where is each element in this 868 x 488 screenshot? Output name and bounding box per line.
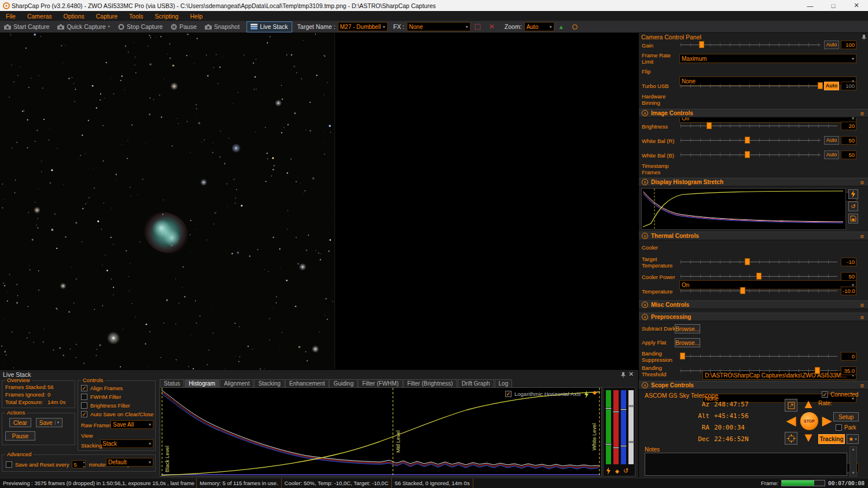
maximize-button[interactable]: □ (822, 0, 845, 11)
hamburger-menu-icon[interactable]: ≡ (860, 382, 864, 389)
save-stretch-button[interactable] (848, 214, 858, 223)
menu-capture[interactable]: Capture (90, 13, 123, 20)
raw-frames-select[interactable]: Save All ▾ (111, 420, 153, 429)
snapshot-button[interactable]: Snapshot (201, 21, 244, 33)
target-temperature-slider[interactable] (679, 258, 838, 266)
pin-icon[interactable] (620, 372, 626, 378)
tab-status[interactable]: Status (160, 379, 184, 387)
tab-alignment[interactable]: Alignment (220, 379, 253, 387)
apply-flat-browse-button[interactable]: Browse... (675, 338, 700, 347)
white-bal-r-slider[interactable] (679, 136, 822, 144)
auto-stretch-button[interactable] (848, 189, 858, 199)
scroll-down-icon[interactable]: ▼ (850, 471, 856, 476)
clear-button[interactable]: Clear (9, 418, 31, 427)
section-misc-controls[interactable]: ∨ Misc Controls ≡ (639, 300, 868, 309)
fwhm-filter-checkbox[interactable] (81, 394, 87, 400)
diamond-icon[interactable]: ◆ (615, 468, 619, 474)
zoom-select[interactable]: Auto ▾ (524, 22, 554, 31)
notes-input[interactable] (645, 453, 847, 476)
turbo-usb-value[interactable]: 100 (841, 82, 856, 90)
stacking-select[interactable]: Default ▾ (106, 458, 153, 467)
brightness-filter-control[interactable]: Brightness Filter (81, 402, 130, 409)
menu-options[interactable]: Options (58, 13, 90, 20)
tab-guiding[interactable]: Guiding (329, 379, 357, 387)
brightness-slider-thumb[interactable] (707, 122, 712, 129)
blue-level-handle[interactable] (620, 409, 627, 410)
diamond-icon[interactable]: ◆ (593, 390, 597, 395)
turbo-usb-slider-thumb[interactable] (818, 82, 823, 89)
notes-scrollbar[interactable]: ▲ ▼ (849, 446, 857, 476)
scroll-up-icon[interactable]: ▲ (850, 447, 856, 452)
white-bal-r-slider-thumb[interactable] (745, 137, 750, 144)
hamburger-menu-icon[interactable]: ≡ (860, 110, 864, 117)
menu-help[interactable]: Help (184, 13, 208, 20)
minimize-button[interactable]: — (799, 0, 822, 11)
menu-cameras[interactable]: Cameras (21, 13, 58, 20)
hamburger-menu-icon[interactable]: ≡ (860, 314, 864, 321)
fwhm-filter-control[interactable]: FWHM Filter (81, 394, 121, 400)
tab-drift-graph[interactable]: Drift Graph (458, 379, 494, 387)
stack-histogram-plot[interactable]: Black Level Mid Level White Level ✓ Loga… (160, 387, 602, 476)
log-axis-control[interactable]: ✓ Logarithmic Horizontal Axis (505, 391, 581, 397)
scope-connected[interactable]: ✓ Connected (822, 391, 858, 398)
collapse-icon[interactable]: ∧ (642, 382, 648, 388)
spinner-up-icon[interactable]: ▲ (83, 460, 86, 464)
target-name-select[interactable]: M27 - Dumbbell ▾ (338, 22, 388, 31)
stop-slew-button[interactable]: STOP (800, 412, 818, 430)
green-level-handle[interactable] (605, 408, 612, 409)
quick-capture-button[interactable]: Quick Capture ▾ (53, 21, 114, 33)
slew-down-button[interactable]: ▼ (801, 431, 816, 446)
collapse-icon[interactable]: ∧ (642, 314, 648, 320)
menu-scripting[interactable]: Scripting (149, 13, 185, 20)
banding-suppression-slider[interactable] (679, 352, 838, 360)
pin-icon[interactable] (861, 34, 867, 41)
reticle-button[interactable] (568, 21, 582, 33)
auto-save-checkbox[interactable]: ✓ (81, 411, 87, 417)
white-bal-b-slider[interactable] (679, 151, 822, 159)
white-bal-b-slider-thumb[interactable] (745, 151, 750, 158)
white-level-marker-label[interactable]: White Level (591, 423, 597, 450)
log-axis-checkbox[interactable]: ✓ (505, 391, 512, 397)
red-level-handle[interactable] (613, 411, 619, 413)
menu-tools[interactable]: Tools (123, 13, 149, 20)
align-frames-checkbox[interactable]: ✓ (81, 385, 87, 391)
tab-enhancement[interactable]: Enhancement (285, 379, 329, 387)
collapse-icon[interactable]: ∧ (642, 110, 648, 116)
section-thermal-controls[interactable]: ∧ Thermal Controls ≡ (639, 232, 868, 240)
turbo-usb-auto-button[interactable]: Auto (824, 82, 839, 90)
target-temperature-value[interactable]: -10 (841, 258, 856, 266)
hamburger-menu-icon[interactable]: ≡ (860, 233, 864, 240)
white-level-slider[interactable] (628, 390, 634, 464)
blue-level-handle[interactable] (620, 445, 627, 447)
reset-stretch-button[interactable]: ↺ (848, 201, 858, 211)
frame-rate-limit-select[interactable]: Maximum ▾ (679, 54, 856, 63)
start-capture-button[interactable]: Start Capture (0, 21, 53, 33)
black-level-marker-label[interactable]: Black Level (164, 446, 170, 472)
save-reset-minutes-spinner[interactable]: 5 ▲ ▼ (72, 460, 86, 468)
red-level-slider[interactable] (613, 390, 619, 464)
lightning-icon[interactable] (606, 467, 611, 475)
favorites-button[interactable]: ★▾ (847, 434, 859, 444)
section-image-controls[interactable]: ∧ Image Controls ≡ (639, 109, 868, 118)
tracking-toggle-button[interactable]: Tracking (818, 434, 845, 444)
collapse-icon[interactable]: ∧ (642, 179, 648, 185)
clear-selection-button[interactable]: ✕ (485, 21, 499, 33)
align-frames-control[interactable]: ✓ Align Frames (81, 385, 123, 391)
close-panel-icon[interactable]: ✕ (628, 370, 634, 378)
red-level-handle[interactable] (613, 447, 619, 449)
white-level-handle[interactable] (628, 441, 634, 443)
park-control[interactable]: Park (836, 424, 856, 431)
connected-checkbox[interactable]: ✓ (822, 391, 828, 398)
goto-target-button[interactable] (785, 432, 797, 445)
pause-button[interactable]: Pause (167, 21, 201, 33)
collapse-icon[interactable]: ∧ (642, 233, 648, 239)
subtract-dark-browse-button[interactable]: Browse... (675, 324, 700, 333)
white-bal-r-value[interactable]: 50 (841, 136, 856, 145)
selection-area-button[interactable] (470, 21, 485, 33)
section-scope-controls[interactable]: ∧ Scope Controls ≡ (639, 381, 868, 390)
banding-threshold-slider-thumb[interactable] (815, 367, 820, 374)
tab-filter-brightness[interactable]: Filter (Brightness) (403, 379, 457, 387)
banding-threshold-value[interactable]: 35.0 (841, 366, 856, 375)
expand-icon[interactable]: ∨ (642, 302, 648, 308)
green-level-handle[interactable] (605, 443, 612, 445)
